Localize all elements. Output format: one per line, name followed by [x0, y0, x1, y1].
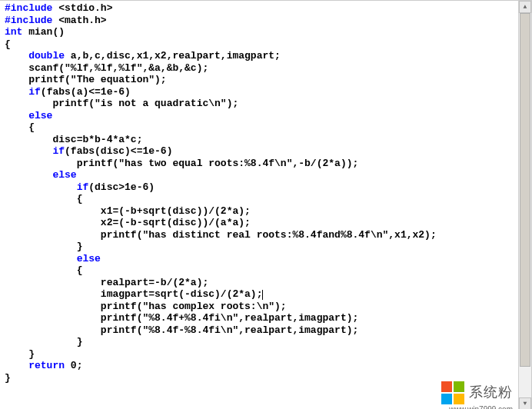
- code-line: }: [5, 241, 508, 253]
- keyword-token: int: [5, 26, 22, 38]
- code-line: else: [5, 253, 508, 265]
- code-line: else: [5, 110, 508, 122]
- code-line: }: [5, 348, 508, 361]
- keyword-token: else: [28, 110, 52, 121]
- code-line: double a,b,c,disc,x1,x2,realpart,imagpar…: [5, 50, 508, 62]
- code-token: printf("is not a quadratic\n");: [52, 98, 238, 109]
- logo-square-red: [441, 381, 452, 392]
- code-token: x2=(-b-sqrt(disc))/(a*a);: [101, 217, 251, 228]
- code-token: {: [28, 121, 35, 133]
- code-line: disc=b*b-4*a*c;: [5, 134, 508, 146]
- code-line: if(disc>1e-6): [5, 181, 508, 194]
- text-cursor: [262, 290, 263, 300]
- keyword-token: #include: [5, 15, 52, 26]
- keyword-token: if: [52, 145, 65, 157]
- code-token: }: [77, 241, 83, 252]
- code-token: (fabs(disc)<=1e-6): [65, 145, 172, 157]
- scrollbar-down-button[interactable]: ▼: [519, 397, 531, 409]
- code-line: printf("%8.4f-%8.4fi\n",realpart,imagpar…: [5, 324, 508, 337]
- code-token: (fabs(a)<=1e-6): [41, 86, 131, 98]
- code-token: }: [5, 372, 11, 384]
- code-line: #include <stdio.h>: [5, 2, 508, 15]
- code-token: {: [77, 193, 83, 204]
- code-token: }: [28, 348, 35, 360]
- code-line: printf("The equation");: [5, 74, 508, 86]
- code-line: scanf("%lf,%lf,%lf",&a,&b,&c);: [5, 62, 508, 75]
- keyword-token: #include: [5, 2, 52, 14]
- logo-square-green: [454, 381, 464, 392]
- code-token: mian(): [22, 26, 65, 38]
- code-token: realpart=-b/(2*a);: [101, 277, 208, 288]
- watermark-brand-text: 系统粉: [469, 387, 513, 399]
- code-line: printf("has two equal roots:%8.4f\n",-b/…: [5, 158, 508, 170]
- chevron-down-icon: ▼: [524, 397, 527, 409]
- code-line: {: [5, 121, 508, 134]
- code-line: }: [5, 372, 508, 384]
- keyword-token: else: [52, 169, 76, 181]
- watermark-url: www.win7999.com: [449, 404, 513, 410]
- code-token: printf("has two equal roots:%8.4f\n",-b/…: [77, 158, 359, 169]
- vertical-scrollbar[interactable]: ▲ ▼: [518, 1, 531, 409]
- code-line: printf("has distinct real roots:%8.4fand…: [5, 229, 508, 241]
- keyword-token: if: [77, 181, 89, 193]
- code-line: printf("%8.4f+%8.4fi\n",realpart,imagpar…: [5, 312, 508, 324]
- code-line: #include <math.h>: [5, 15, 508, 27]
- code-token: printf("has complex roots:\n");: [101, 301, 287, 312]
- code-token: 0;: [65, 360, 82, 371]
- code-token: disc=b*b-4*a*c;: [52, 134, 142, 145]
- keyword-token: double: [28, 50, 65, 62]
- code-line: {: [5, 193, 508, 205]
- code-token: (disc>1e-6): [88, 181, 155, 193]
- code-line: }: [5, 336, 508, 348]
- code-line: int mian(): [5, 26, 508, 38]
- code-token: printf("The equation");: [28, 74, 166, 85]
- code-editor-frame: #include <stdio.h>#include <math.h>int m…: [0, 0, 532, 409]
- code-token: <math.h>: [52, 15, 106, 26]
- code-line: return 0;: [5, 360, 508, 372]
- watermark: 系统粉: [441, 381, 513, 404]
- code-token: a,b,c,disc,x1,x2,realpart,imagpart;: [65, 50, 281, 62]
- code-token: {: [77, 264, 83, 276]
- code-line: {: [5, 38, 508, 51]
- code-line: if(fabs(a)<=1e-6): [5, 86, 508, 98]
- scrollbar-up-button[interactable]: ▲: [519, 1, 531, 13]
- code-token: scanf("%lf,%lf,%lf",&a,&b,&c);: [28, 62, 208, 74]
- code-line: else: [5, 169, 508, 181]
- code-line: if(fabs(disc)<=1e-6): [5, 145, 508, 158]
- scrollbar-thumb[interactable]: [520, 13, 530, 367]
- code-line: printf("is not a quadratic\n");: [5, 98, 508, 110]
- keyword-token: else: [77, 253, 101, 264]
- code-token: }: [77, 336, 83, 347]
- code-line: x1=(-b+sqrt(disc))/(2*a);: [5, 205, 508, 218]
- code-token: printf("has distinct real roots:%8.4fand…: [101, 229, 437, 241]
- code-token: printf("%8.4f+%8.4fi\n",realpart,imagpar…: [101, 312, 358, 324]
- code-line: imagpart=sqrt(-disc)/(2*a);: [5, 288, 508, 301]
- keyword-token: if: [28, 86, 41, 98]
- code-line: realpart=-b/(2*a);: [5, 277, 508, 289]
- windows-logo-icon: [441, 381, 464, 404]
- code-line: {: [5, 264, 508, 277]
- code-token: printf("%8.4f-%8.4fi\n",realpart,imagpar…: [101, 324, 358, 336]
- code-area[interactable]: #include <stdio.h>#include <math.h>int m…: [5, 2, 508, 404]
- code-line: x2=(-b-sqrt(disc))/(a*a);: [5, 217, 508, 229]
- chevron-up-icon: ▲: [524, 1, 527, 13]
- code-token: {: [5, 38, 11, 50]
- code-line: printf("has complex roots:\n");: [5, 301, 508, 313]
- code-token: x1=(-b+sqrt(disc))/(2*a);: [101, 205, 251, 217]
- code-token: <stdio.h>: [52, 2, 112, 14]
- keyword-token: return: [28, 360, 65, 371]
- code-token: imagpart=sqrt(-disc)/(2*a);: [101, 288, 263, 300]
